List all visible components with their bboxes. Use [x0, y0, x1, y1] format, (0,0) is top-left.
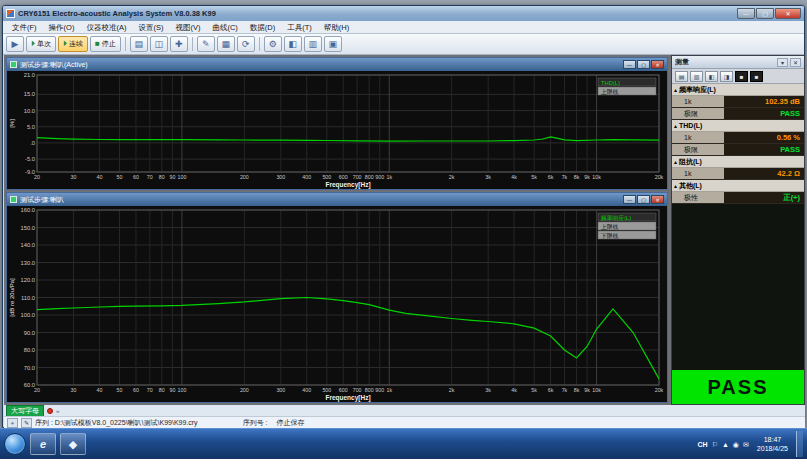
response-chart-title: 测试步骤:喇叭 [20, 195, 64, 205]
measurement-panel-titlebar[interactable]: 测量 ▾ ✕ [672, 56, 804, 69]
result-row[interactable]: 极限PASS [672, 144, 804, 156]
menu-item[interactable]: 视图(V) [169, 21, 206, 34]
taskbar-clock[interactable]: 18:47 2018/4/25 [757, 435, 788, 454]
result-row[interactable]: 极限PASS [672, 108, 804, 120]
thd-chart-plot[interactable]: 21.015.010.05.0.0-5.0-9.0203040506070809… [7, 71, 667, 189]
result-row[interactable]: 极性正(+) [672, 192, 804, 204]
edit-icon[interactable]: ✎ [21, 418, 32, 428]
toolbar-icon-button[interactable]: ▣ [324, 36, 342, 52]
panel-pin-button[interactable]: ▾ [777, 58, 788, 67]
response-chart-plot[interactable]: 160.0150.0140.0130.0120.0110.0100.090.08… [7, 206, 667, 402]
panel-toolbar-icon[interactable]: ■ [735, 71, 748, 82]
svg-text:70: 70 [147, 174, 153, 180]
toolbar-button-single[interactable]: ⏵单次 [26, 36, 56, 52]
titlebar[interactable]: CRY6151 Electro-acoustic Analysis System… [3, 6, 804, 21]
response-chart-titlebar[interactable]: 测试步骤:喇叭 — ▢ ✕ [7, 193, 667, 206]
toolbar-icon-button[interactable]: ◧ [284, 36, 302, 52]
toolbar-icon-button[interactable]: ✎ [197, 36, 215, 52]
result-group-header[interactable]: ▴阻抗(L) [672, 156, 804, 168]
svg-text:80: 80 [159, 174, 165, 180]
tray-message-icon[interactable]: ✉ [743, 441, 749, 448]
result-row-value: 0.56 % [724, 132, 804, 143]
chart-minimize-button[interactable]: — [623, 195, 636, 204]
search-icon[interactable]: ⌖ [7, 418, 18, 428]
minimize-button[interactable]: — [737, 8, 755, 19]
menu-item[interactable]: 文件(F) [6, 21, 43, 34]
result-row[interactable]: 1k0.56 % [672, 132, 804, 144]
menu-item[interactable]: 数据(D) [244, 21, 281, 34]
chart-restore-button[interactable]: ▢ [637, 60, 650, 69]
chart-window-icon [10, 61, 17, 68]
menu-item[interactable]: 仪器校准(A) [80, 21, 132, 34]
svg-text:200: 200 [240, 387, 249, 393]
chart-close-button[interactable]: ✕ [651, 60, 664, 69]
system-tray: CH ⚐ ▲ ◉ ✉ 18:47 2018/4/25 [698, 431, 803, 457]
toolbar-icon-button[interactable]: ◫ [150, 36, 168, 52]
clock-time: 18:47 [757, 435, 788, 444]
svg-text:400: 400 [302, 387, 311, 393]
svg-text:3k: 3k [485, 387, 491, 393]
svg-text:下限线: 下限线 [601, 233, 619, 239]
panel-toolbar-icon[interactable]: ◧ [705, 71, 718, 82]
result-row-label: 1k [672, 168, 724, 179]
tray-up-arrow-icon[interactable]: ▲ [722, 441, 729, 448]
svg-text:110.0: 110.0 [21, 295, 35, 301]
ime-tab[interactable]: 大写字母 [6, 405, 44, 417]
result-row[interactable]: 1k102.35 dB [672, 96, 804, 108]
chart-minimize-button[interactable]: — [623, 60, 636, 69]
toolbar-button-continuous[interactable]: ⏵连续 [58, 36, 88, 52]
toolbar-button-stop[interactable]: ■停止 [90, 36, 121, 52]
thd-chart-titlebar[interactable]: 测试步骤:喇叭(Active) — ▢ ✕ [7, 58, 667, 71]
menu-item[interactable]: 曲线(C) [206, 21, 243, 34]
menu-item[interactable]: 操作(O) [43, 21, 81, 34]
svg-text:800: 800 [365, 174, 374, 180]
measurement-panel-title: 测量 [675, 57, 689, 67]
maximize-button[interactable]: ▢ [756, 8, 774, 19]
menu-item[interactable]: 设置(S) [132, 21, 169, 34]
taskbar-app-icon[interactable]: ◆ [60, 433, 86, 455]
svg-text:9k: 9k [584, 174, 590, 180]
result-row-value: PASS [724, 108, 804, 119]
svg-text:.0: .0 [30, 140, 35, 146]
collapse-arrow-icon: ▴ [674, 182, 677, 189]
result-row[interactable]: 1k42.2 Ω [672, 168, 804, 180]
svg-text:20k: 20k [655, 387, 664, 393]
toolbar-icon-button[interactable]: ✚ [170, 36, 188, 52]
svg-text:50: 50 [117, 174, 123, 180]
chart-restore-button[interactable]: ▢ [637, 195, 650, 204]
chevron-right-icon[interactable]: » [56, 408, 59, 414]
svg-text:7k: 7k [562, 174, 568, 180]
taskbar-app-browser[interactable]: e [30, 433, 56, 455]
tray-flag-icon[interactable]: ⚐ [712, 441, 718, 448]
show-desktop-button[interactable] [796, 431, 803, 457]
run-button[interactable]: ▶ [6, 36, 24, 52]
close-button[interactable]: ✕ [775, 8, 801, 19]
panel-close-button[interactable]: ✕ [790, 58, 801, 67]
result-group-label: 频率响应(L) [679, 85, 716, 95]
thd-chart: 21.015.010.05.0.0-5.0-9.0203040506070809… [7, 71, 667, 189]
panel-toolbar-icon[interactable]: ◨ [720, 71, 733, 82]
svg-text:900: 900 [375, 174, 384, 180]
panel-toolbar-icon[interactable]: ▥ [690, 71, 703, 82]
toolbar-icon-button[interactable]: ▤ [130, 36, 148, 52]
tray-status-icon[interactable]: ◉ [733, 441, 739, 448]
collapse-arrow-icon: ▴ [674, 86, 677, 93]
result-group-header[interactable]: ▴频率响应(L) [672, 84, 804, 96]
toolbar-icon-button[interactable]: ▥ [304, 36, 322, 52]
panel-toolbar-icon[interactable]: ▤ [675, 71, 688, 82]
toolbar-icon-button[interactable]: ▦ [217, 36, 235, 52]
language-indicator[interactable]: CH [698, 441, 708, 448]
result-group-header[interactable]: ▴其他(L) [672, 180, 804, 192]
menu-item[interactable]: 工具(T) [281, 21, 318, 34]
panel-toolbar-icon[interactable]: ■ [750, 71, 763, 82]
toolbar-button-icon: ⏵ [31, 40, 35, 48]
result-group-label: THD(L) [679, 122, 702, 129]
menu-item[interactable]: 帮助(H) [318, 21, 355, 34]
chart-close-button[interactable]: ✕ [651, 195, 664, 204]
toolbar-icon-button[interactable]: ⟳ [237, 36, 255, 52]
start-button[interactable] [4, 433, 26, 455]
svg-text:9k: 9k [584, 387, 590, 393]
toolbar-icon-button[interactable]: ⚙ [264, 36, 282, 52]
toolbar-button-label: 连续 [69, 39, 83, 49]
result-group-header[interactable]: ▴THD(L) [672, 120, 804, 132]
